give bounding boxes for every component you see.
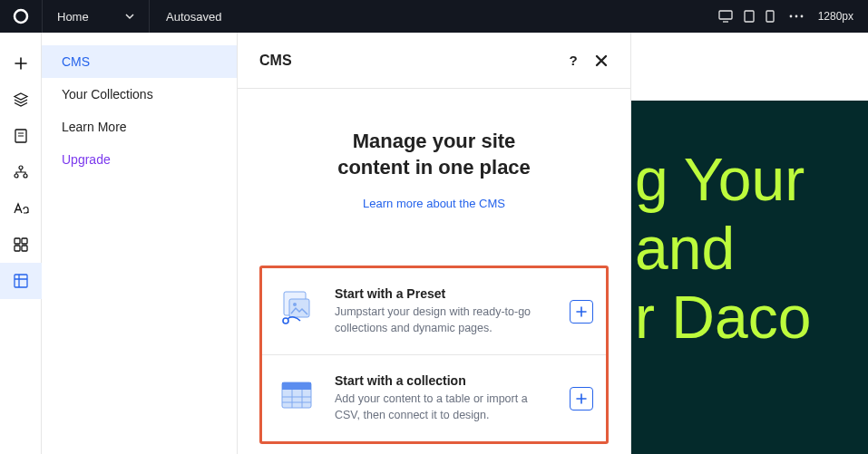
home-label: Home <box>57 10 89 24</box>
sidebar-item-your-collections[interactable]: Your Collections <box>42 78 237 111</box>
autosaved-status: Autosaved <box>149 0 238 33</box>
svg-rect-14 <box>22 246 27 251</box>
cms-panel: CMS ? Manage your site content in one pl… <box>238 33 631 454</box>
svg-rect-11 <box>15 238 20 244</box>
panel-header: CMS ? <box>238 33 630 89</box>
close-icon[interactable] <box>594 53 609 68</box>
learn-more-link[interactable]: Learn more about the CMS <box>363 197 505 210</box>
tool-apps[interactable] <box>0 227 42 263</box>
collection-icon <box>275 373 318 417</box>
sidebar-item-label: CMS <box>62 54 90 69</box>
editor-canvas[interactable]: g Your and r Daco <box>631 33 868 454</box>
panel-title: CMS <box>259 53 292 69</box>
svg-rect-13 <box>15 246 20 251</box>
tool-rail <box>0 33 42 454</box>
add-collection-button[interactable] <box>570 387 593 411</box>
tool-layers[interactable] <box>0 82 42 118</box>
viewport-width-label: 1280px <box>818 10 853 23</box>
start-options-highlight: Start with a Preset Jumpstart your desig… <box>259 266 609 444</box>
hero-text: g Your and r Daco <box>635 146 811 353</box>
svg-point-8 <box>19 166 23 169</box>
option-desc: Add your content to a table or import a … <box>335 391 543 423</box>
cms-sidebar: CMS Your Collections Learn More Upgrade <box>42 33 238 454</box>
tool-sitemap[interactable] <box>0 154 42 190</box>
app-logo[interactable] <box>0 0 42 33</box>
tool-add[interactable] <box>0 45 42 82</box>
topbar: Home Autosaved 1280px <box>0 0 868 33</box>
hero-section: g Your and r Daco <box>631 101 868 454</box>
option-collection[interactable]: Start with a collection Add your content… <box>262 354 606 441</box>
svg-point-0 <box>15 10 27 23</box>
device-preview-group <box>718 10 775 23</box>
desktop-icon[interactable] <box>718 10 733 23</box>
sidebar-item-label: Upgrade <box>62 152 111 167</box>
tool-page[interactable] <box>0 118 42 154</box>
svg-text:?: ? <box>569 53 577 68</box>
chevron-down-icon <box>125 12 134 21</box>
svg-rect-2 <box>745 11 754 22</box>
option-desc: Jumpstart your design with ready-to-go c… <box>335 304 543 336</box>
svg-point-9 <box>15 174 18 178</box>
option-preset[interactable]: Start with a Preset Jumpstart your desig… <box>262 268 606 354</box>
sidebar-item-label: Learn More <box>62 120 127 134</box>
add-preset-button[interactable] <box>570 300 593 324</box>
preset-icon <box>275 286 318 330</box>
tablet-icon[interactable] <box>744 10 755 23</box>
svg-rect-18 <box>289 299 309 317</box>
option-title: Start with a Preset <box>335 286 553 301</box>
help-icon[interactable]: ? <box>565 53 581 69</box>
svg-rect-15 <box>15 275 27 287</box>
tool-typography[interactable] <box>0 190 42 227</box>
option-title: Start with a collection <box>335 373 553 388</box>
svg-point-5 <box>795 15 797 18</box>
svg-rect-3 <box>766 11 774 22</box>
home-dropdown[interactable]: Home <box>42 0 149 33</box>
svg-point-19 <box>293 303 297 306</box>
svg-point-10 <box>24 174 27 178</box>
sidebar-item-learn-more[interactable]: Learn More <box>42 111 237 143</box>
svg-point-6 <box>800 15 803 18</box>
tool-cms[interactable] <box>0 263 42 299</box>
svg-rect-12 <box>22 238 27 244</box>
svg-point-4 <box>789 15 792 18</box>
svg-rect-22 <box>282 382 311 390</box>
more-icon[interactable] <box>789 14 804 18</box>
sidebar-item-label: Your Collections <box>62 87 153 101</box>
panel-heading: Manage your site content in one place <box>259 129 609 180</box>
sidebar-item-upgrade[interactable]: Upgrade <box>42 143 237 176</box>
svg-rect-1 <box>719 11 732 19</box>
mobile-icon[interactable] <box>766 10 775 23</box>
sidebar-item-cms[interactable]: CMS <box>42 45 237 78</box>
